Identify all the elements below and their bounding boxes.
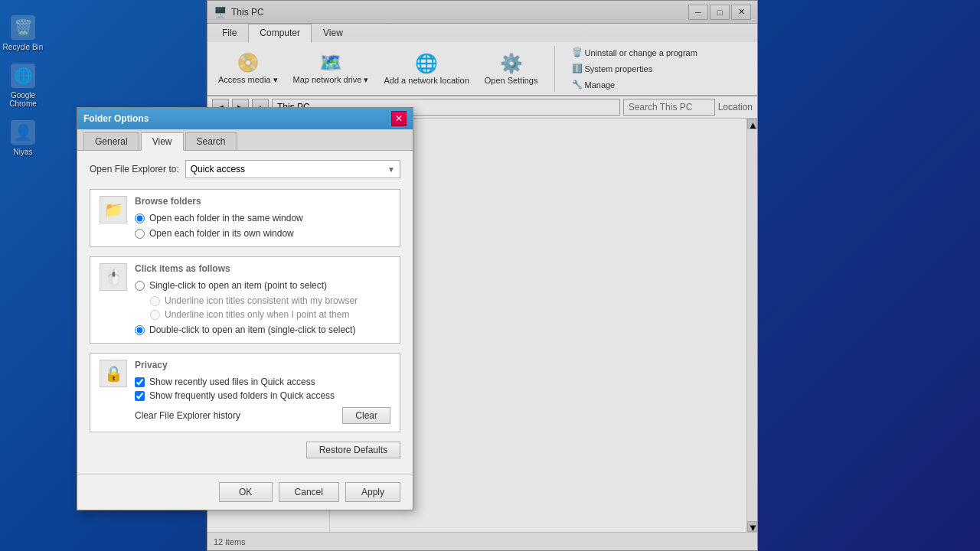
browse-folders-radio-group: Open each folder in the same window Open… — [135, 213, 303, 239]
click-items-label: Click items as follows — [135, 263, 390, 274]
single-click-label: Single-click to open an item (point to s… — [149, 280, 327, 291]
restore-defaults-button[interactable]: Restore Defaults — [306, 442, 400, 458]
open-to-row: Open File Explorer to: Quick access ▼ — [90, 160, 400, 178]
double-click-radio[interactable] — [135, 325, 145, 335]
clear-history-button[interactable]: Clear — [342, 407, 390, 424]
dropdown-arrow-icon: ▼ — [387, 165, 395, 174]
underline-browser-radio — [150, 296, 160, 306]
cursor-icon: 🖱️ — [104, 268, 123, 286]
show-recent-files-checkbox[interactable] — [135, 377, 145, 387]
click-items-icon: 🖱️ — [100, 263, 127, 291]
folder-options-dialog: Folder Options ✕ General View Search Ope… — [77, 107, 413, 510]
dialog-title-bar: Folder Options ✕ — [77, 108, 413, 129]
dialog-tab-search[interactable]: Search — [185, 132, 237, 150]
browse-folders-section: 📁 Browse folders Open each folder in the… — [90, 189, 400, 247]
dialog-close-button[interactable]: ✕ — [391, 111, 407, 126]
privacy-section: 🔒 Privacy Show recently used files in Qu… — [90, 353, 400, 432]
cancel-button[interactable]: Cancel — [279, 482, 339, 502]
single-click-option[interactable]: Single-click to open an item (point to s… — [135, 280, 390, 291]
underline-point-option: Underline icon titles only when I point … — [150, 309, 390, 320]
click-items-radio-group: Single-click to open an item (point to s… — [135, 280, 390, 335]
underline-browser-option: Underline icon titles consistent with my… — [150, 295, 390, 306]
browse-folders-options: Browse folders Open each folder in the s… — [135, 196, 303, 239]
privacy-options: Privacy Show recently used files in Quic… — [135, 360, 390, 424]
apply-button[interactable]: Apply — [345, 482, 400, 502]
ok-button[interactable]: OK — [219, 482, 273, 502]
browse-folders-label: Browse folders — [135, 196, 303, 207]
double-click-option[interactable]: Double-click to open an item (single-cli… — [135, 324, 390, 335]
browse-own-window-radio[interactable] — [135, 229, 145, 239]
single-click-radio[interactable] — [135, 281, 145, 291]
click-items-content: 🖱️ Click items as follows Single-click t… — [90, 257, 400, 343]
browse-same-window-label: Open each folder in the same window — [149, 213, 303, 223]
dialog-footer: OK Cancel Apply — [77, 474, 413, 510]
underline-browser-label: Underline icon titles consistent with my… — [165, 295, 358, 306]
privacy-icon: 🔒 — [100, 360, 127, 387]
browse-own-window-label: Open each folder in its own window — [149, 228, 294, 239]
open-to-value: Quick access — [191, 164, 245, 174]
browse-same-window-option[interactable]: Open each folder in the same window — [135, 213, 303, 223]
browse-folders-content: 📁 Browse folders Open each folder in the… — [90, 190, 400, 246]
open-to-label: Open File Explorer to: — [90, 164, 179, 174]
restore-defaults-row: Restore Defaults — [90, 442, 400, 465]
dialog-body: Open File Explorer to: Quick access ▼ 📁 … — [77, 151, 413, 474]
dialog-tab-view[interactable]: View — [141, 132, 184, 151]
click-items-options: Click items as follows Single-click to o… — [135, 263, 390, 335]
open-to-dropdown[interactable]: Quick access ▼ — [185, 160, 400, 178]
clear-history-row: Clear File Explorer history Clear — [135, 407, 390, 424]
click-items-with-icon: 🖱️ Click items as follows Single-click t… — [100, 263, 390, 335]
dialog-tab-general[interactable]: General — [83, 132, 139, 150]
underline-point-label: Underline icon titles only when I point … — [165, 309, 349, 320]
clear-history-label: Clear File Explorer history — [135, 410, 240, 421]
double-click-label: Double-click to open an item (single-cli… — [149, 324, 355, 335]
dialog-tabs: General View Search — [77, 129, 413, 151]
lock-icon: 🔒 — [104, 364, 123, 383]
show-recent-files-option[interactable]: Show recently used files in Quick access — [135, 377, 390, 387]
show-recent-files-label: Show recently used files in Quick access — [149, 377, 315, 387]
click-items-section: 🖱️ Click items as follows Single-click t… — [90, 256, 400, 344]
show-frequent-folders-label: Show frequently used folders in Quick ac… — [149, 390, 335, 401]
show-frequent-folders-checkbox[interactable] — [135, 391, 145, 401]
browse-folders-icon: 📁 — [100, 196, 127, 223]
privacy-label: Privacy — [135, 360, 390, 370]
single-click-sub-options: Underline icon titles consistent with my… — [150, 295, 390, 320]
folder-icon: 📁 — [104, 201, 123, 219]
underline-point-radio — [150, 310, 160, 320]
privacy-content: 🔒 Privacy Show recently used files in Qu… — [90, 354, 400, 432]
dialog-title-text: Folder Options — [83, 113, 387, 124]
privacy-with-icon: 🔒 Privacy Show recently used files in Qu… — [100, 360, 390, 424]
browse-same-window-radio[interactable] — [135, 214, 145, 223]
browse-own-window-option[interactable]: Open each folder in its own window — [135, 228, 303, 239]
show-frequent-folders-option[interactable]: Show frequently used folders in Quick ac… — [135, 390, 390, 401]
browse-folders-with-icon: 📁 Browse folders Open each folder in the… — [100, 196, 390, 239]
